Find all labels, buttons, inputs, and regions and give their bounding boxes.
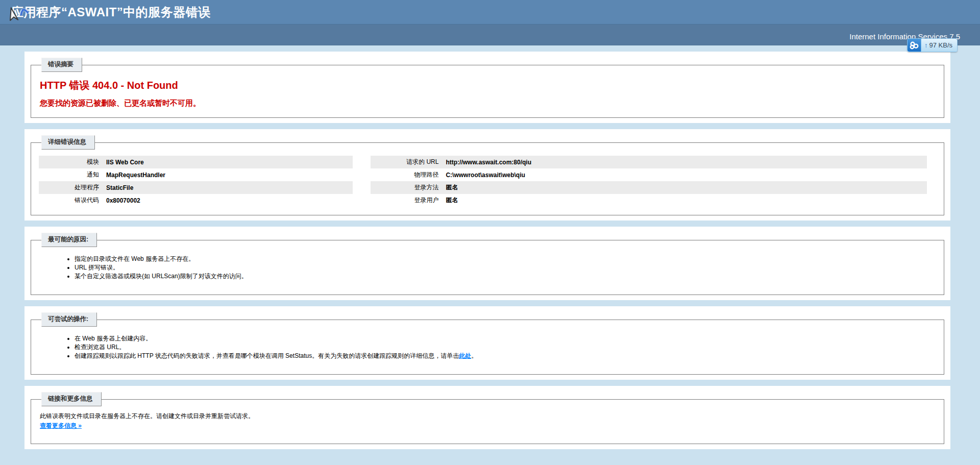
- list-item: 指定的目录或文件在 Web 服务器上不存在。: [75, 255, 936, 263]
- likely-causes-legend: 最可能的原因:: [41, 233, 97, 247]
- upload-speed-value: 97 KB/s: [929, 41, 953, 49]
- detail-label: 物理路径: [371, 168, 445, 181]
- list-item: 检查浏览器 URL。: [75, 344, 936, 351]
- error-summary-box: 错误摘要 HTTP 错误 404.0 - Not Found 您要找的资源已被删…: [24, 52, 950, 123]
- detail-label: 登录用户: [371, 194, 445, 207]
- detail-value: 匿名: [445, 181, 927, 194]
- upload-arrow-icon: ↑: [924, 41, 928, 49]
- list-item: URL 拼写错误。: [75, 264, 936, 272]
- table-row: 错误代码 0x80070002: [39, 194, 353, 207]
- detail-value: 匿名: [445, 194, 927, 207]
- server-version-band: Internet Information Services 7.5: [0, 25, 980, 45]
- details-right-table: 请求的 URL http://www.aswait.com:80/qiu 物理路…: [371, 156, 927, 207]
- detail-label: 请求的 URL: [371, 156, 445, 168]
- upload-speed-readout: ↑ 97 KB/s: [921, 39, 957, 52]
- table-row: 请求的 URL http://www.aswait.com:80/qiu: [371, 156, 927, 168]
- detail-value: IIS Web Core: [105, 156, 353, 168]
- error-summary-fieldset: 错误摘要 HTTP 错误 404.0 - Not Found 您要找的资源已被删…: [31, 58, 944, 118]
- netdisk-logo-icon: [908, 39, 921, 52]
- more-info-box: 链接和更多信息 此错误表明文件或目录在服务器上不存在。请创建文件或目录并重新尝试…: [24, 386, 950, 449]
- table-row: 模块 IIS Web Core: [39, 156, 353, 168]
- more-info-legend: 链接和更多信息: [41, 392, 102, 406]
- action-text: 创建跟踪规则以跟踪此 HTTP 状态代码的失败请求，并查看是哪个模块在调用 Se…: [75, 352, 459, 359]
- table-row: 处理程序 StaticFile: [39, 181, 353, 194]
- action-text-suffix: 。: [471, 352, 477, 359]
- detail-value: http://www.aswait.com:80/qiu: [445, 156, 927, 168]
- table-row: 登录方法 匿名: [371, 181, 927, 194]
- view-more-info-link[interactable]: 查看更多信息 »: [40, 422, 82, 429]
- list-item: 创建跟踪规则以跟踪此 HTTP 状态代码的失败请求，并查看是哪个模块在调用 Se…: [75, 352, 936, 360]
- actions-list: 在 Web 服务器上创建内容。 检查浏览器 URL。 创建跟踪规则以跟踪此 HT…: [54, 335, 936, 360]
- actions-box: 可尝试的操作: 在 Web 服务器上创建内容。 检查浏览器 URL。 创建跟踪规…: [24, 306, 950, 380]
- page-header: 应用程序“ASWAIT”中的服务器错误: [0, 0, 980, 25]
- list-item: 在 Web 服务器上创建内容。: [75, 335, 936, 342]
- page-title: 应用程序“ASWAIT”中的服务器错误: [11, 4, 211, 20]
- detail-label: 模块: [39, 156, 105, 168]
- error-summary-legend: 错误摘要: [41, 58, 82, 72]
- detail-label: 错误代码: [39, 194, 105, 207]
- detail-label: 通知: [39, 168, 105, 181]
- error-details-legend: 详细错误信息: [41, 135, 95, 150]
- actions-fieldset: 可尝试的操作: 在 Web 服务器上创建内容。 检查浏览器 URL。 创建跟踪规…: [31, 312, 944, 375]
- tracing-rule-here-link[interactable]: 此处: [459, 352, 471, 359]
- detail-value: 0x80070002: [105, 194, 353, 207]
- likely-causes-box: 最可能的原因: 指定的目录或文件在 Web 服务器上不存在。 URL 拼写错误。…: [24, 227, 950, 300]
- detail-value: C:\wwwroot\aswait\web\qiu: [445, 168, 927, 181]
- error-details-fieldset: 详细错误信息 模块 IIS Web Core 通知 MapRequestHand…: [31, 135, 944, 215]
- detail-label: 处理程序: [39, 181, 105, 194]
- http-error-title: HTTP 错误 404.0 - Not Found: [40, 79, 936, 92]
- detail-value: MapRequestHandler: [105, 168, 353, 181]
- more-info-fieldset: 链接和更多信息 此错误表明文件或目录在服务器上不存在。请创建文件或目录并重新尝试…: [31, 392, 944, 444]
- http-error-subtitle: 您要找的资源已被删除、已更名或暂时不可用。: [40, 99, 936, 108]
- error-page-content: 错误摘要 HTTP 错误 404.0 - Not Found 您要找的资源已被删…: [24, 52, 950, 449]
- likely-causes-fieldset: 最可能的原因: 指定的目录或文件在 Web 服务器上不存在。 URL 拼写错误。…: [31, 233, 944, 295]
- table-row: 登录用户 匿名: [371, 194, 927, 207]
- table-row: 通知 MapRequestHandler: [39, 168, 353, 181]
- error-details-box: 详细错误信息 模块 IIS Web Core 通知 MapRequestHand…: [24, 129, 950, 221]
- more-info-text: 此错误表明文件或目录在服务器上不存在。请创建文件或目录并重新尝试请求。: [40, 412, 936, 420]
- list-item: 某个自定义筛选器或模块(如 URLScan)限制了对该文件的访问。: [75, 273, 936, 280]
- detail-value: StaticFile: [105, 181, 353, 194]
- actions-legend: 可尝试的操作:: [41, 312, 97, 327]
- details-left-table: 模块 IIS Web Core 通知 MapRequestHandler 处理程…: [39, 156, 353, 207]
- table-row: 物理路径 C:\wwwroot\aswait\web\qiu: [371, 168, 927, 181]
- speed-monitor-badge[interactable]: ↑ 97 KB/s: [907, 38, 958, 52]
- detail-label: 登录方法: [371, 181, 445, 194]
- likely-causes-list: 指定的目录或文件在 Web 服务器上不存在。 URL 拼写错误。 某个自定义筛选…: [54, 255, 936, 280]
